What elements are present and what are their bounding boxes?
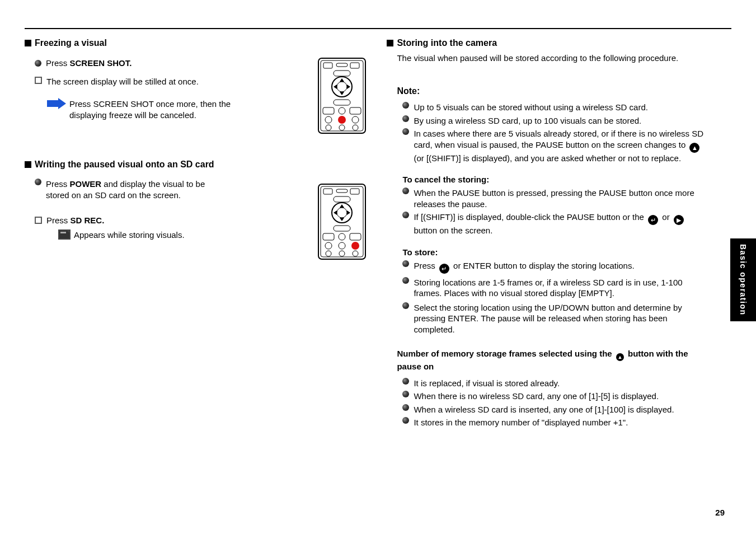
sec2-step-tail: and display the visual to be xyxy=(101,179,205,189)
circle-bullet-icon xyxy=(35,60,41,67)
top-rule xyxy=(25,28,731,29)
svg-rect-8 xyxy=(334,100,350,105)
esc-1: When the PAUSE button is pressed, pressi… xyxy=(414,188,705,209)
sec1-arrow-text: Press SCREEN SHOT once more, then the di… xyxy=(69,99,254,121)
right-column: Storing into the camera The visual when … xyxy=(387,38,731,430)
svg-point-33 xyxy=(326,251,331,256)
shift-icon-grey: ▲ xyxy=(616,353,624,361)
sec1-sub-text: The screen display will be stilled at on… xyxy=(46,77,199,86)
side-tab-label: Basic operation xyxy=(730,238,756,321)
circle-bullet-icon xyxy=(402,277,409,284)
square-bullet-icon xyxy=(25,40,31,46)
svg-rect-9 xyxy=(323,107,334,114)
circle-bullet-icon xyxy=(402,417,409,424)
square-bullet-icon xyxy=(25,161,31,168)
circle-bullet-icon xyxy=(402,302,409,309)
enter-icon: ↵ xyxy=(439,264,449,274)
store-1b: or ENTER button to display the storing l… xyxy=(451,261,635,270)
esc-label: To cancel the storing: xyxy=(402,175,727,184)
svg-point-10 xyxy=(339,107,345,114)
circle-bullet-icon xyxy=(402,188,409,194)
square-outline-icon xyxy=(35,77,42,84)
svg-point-30 xyxy=(325,242,332,249)
svg-point-12 xyxy=(325,116,332,123)
remote-illustration-2 xyxy=(315,182,369,261)
side-tab: Basic operation xyxy=(730,238,756,321)
list-2: When a wireless SD card is inserted, any… xyxy=(414,404,674,415)
sec2-heading: Writing the paused visual onto an SD car… xyxy=(35,160,214,170)
svg-point-17 xyxy=(353,125,358,130)
svg-rect-11 xyxy=(350,107,361,114)
listhead-a: Number of memory storage frames selected… xyxy=(397,349,614,358)
circle-bullet-icon xyxy=(402,128,409,135)
list-3: It stores in the memory number of "displ… xyxy=(414,417,628,428)
sec1-step-label: Press xyxy=(46,58,67,68)
right-heading: Storing into the camera xyxy=(397,38,497,48)
svg-rect-5 xyxy=(334,71,350,76)
svg-point-14 xyxy=(352,116,359,123)
circle-bullet-icon xyxy=(402,404,409,411)
svg-point-25 xyxy=(337,208,347,218)
svg-rect-29 xyxy=(350,233,361,240)
svg-rect-4 xyxy=(350,63,359,68)
note-label: Note: xyxy=(387,86,727,96)
sd-rec-icon xyxy=(58,229,71,240)
remote-illustration-1 xyxy=(315,56,369,135)
svg-rect-27 xyxy=(323,233,334,240)
store-label: To store: xyxy=(402,247,727,257)
circle-bullet-icon xyxy=(35,179,41,185)
store-2: Storing locations are 1-5 frames or, if … xyxy=(414,277,705,299)
svg-rect-20 xyxy=(323,189,332,194)
svg-point-34 xyxy=(339,251,345,256)
svg-rect-22 xyxy=(350,189,359,194)
shift-up-icon: ▲ xyxy=(689,143,699,153)
svg-rect-26 xyxy=(334,226,350,231)
svg-point-13 xyxy=(338,116,346,124)
svg-point-31 xyxy=(339,242,345,249)
right-intro: The visual when paused will be stored ac… xyxy=(387,53,700,64)
svg-rect-2 xyxy=(323,63,332,68)
enter-icon: ↵ xyxy=(648,215,658,225)
svg-point-16 xyxy=(339,125,345,130)
circle-bullet-icon xyxy=(402,378,409,385)
note-2: In cases where there are 5 visuals alrea… xyxy=(414,129,703,163)
circle-bullet-icon xyxy=(402,102,409,109)
sec1-heading: Freezing a visual xyxy=(35,38,107,48)
esc-2b: button on the screen. xyxy=(414,226,492,235)
sec2-step-btn: POWER xyxy=(70,179,102,189)
list-1: When there is no wireless SD card, any o… xyxy=(414,391,659,402)
svg-point-32 xyxy=(351,242,359,250)
svg-rect-3 xyxy=(336,63,348,67)
note-1: By using a wireless SD card, up to 100 v… xyxy=(414,115,641,127)
circle-bullet-icon xyxy=(402,212,409,218)
sec1-step-btn: SCREEN SHOT. xyxy=(70,58,132,68)
svg-rect-21 xyxy=(336,189,348,193)
square-bullet-icon xyxy=(387,40,393,46)
svg-point-15 xyxy=(326,125,331,130)
right-arrow-icon: ▶ xyxy=(674,215,684,225)
sec2-step-tail2: stored on an SD card on the screen. xyxy=(46,190,181,200)
section-sd-write: Writing the paused visual onto an SD car… xyxy=(25,160,369,240)
store-1a: Press xyxy=(414,261,438,270)
sec2-sub-btn: SD REC. xyxy=(71,216,105,225)
svg-point-28 xyxy=(339,233,345,240)
left-column: Freezing a visual Press SCREEN SHOT. The… xyxy=(25,38,369,430)
sec2-step-label: Press xyxy=(46,179,67,189)
note-0: Up to 5 visuals can be stored without us… xyxy=(414,102,648,113)
svg-point-7 xyxy=(337,82,347,92)
section-freezing: Freezing a visual Press SCREEN SHOT. The… xyxy=(25,38,369,121)
sec2-sub-label: Press xyxy=(46,216,71,225)
page-number: 29 xyxy=(715,508,725,517)
list-0: It is replaced, if visual is stored alre… xyxy=(414,378,560,389)
arrow-icon xyxy=(47,99,66,109)
sec2-sd-text: Appears while storing visuals. xyxy=(74,230,185,240)
svg-point-35 xyxy=(353,251,358,256)
svg-rect-23 xyxy=(334,196,350,202)
store-3: Select the storing location using the UP… xyxy=(414,302,705,335)
circle-bullet-icon xyxy=(402,260,409,267)
esc-2a: If [(SHIFT)] is displayed, double-click … xyxy=(414,212,646,222)
square-outline-icon xyxy=(35,217,42,224)
circle-bullet-icon xyxy=(402,391,409,397)
circle-bullet-icon xyxy=(402,115,409,122)
